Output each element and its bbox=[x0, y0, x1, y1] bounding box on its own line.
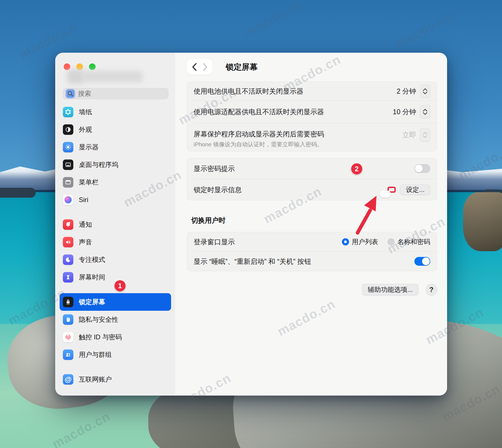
accessibility-options-button[interactable]: 辅助功能选项... bbox=[362, 284, 419, 295]
sidebar-item-siri[interactable]: Siri bbox=[60, 191, 171, 209]
page-title: 锁定屏幕 bbox=[226, 53, 258, 82]
sidebar-item-label: 屏幕时间 bbox=[79, 273, 105, 282]
sidebar-item-focus[interactable]: 专注模式 bbox=[60, 251, 171, 268]
password-hint-toggle[interactable] bbox=[414, 164, 430, 173]
notifications-icon bbox=[63, 219, 73, 230]
sidebar-item-menubar[interactable]: 菜单栏 bbox=[60, 173, 171, 191]
watermark: macdo.cn bbox=[393, 8, 456, 51]
siri-icon bbox=[63, 195, 73, 205]
sidebar-item-sound[interactable]: 声音 bbox=[60, 233, 171, 251]
blurred-avatar bbox=[67, 69, 84, 84]
lockscreen-icon bbox=[63, 297, 73, 307]
sidebar-item-label: 桌面与程序坞 bbox=[79, 160, 118, 169]
sidebar-item-label: 触控 ID 与密码 bbox=[79, 333, 122, 341]
sidebar-item-label: 菜单栏 bbox=[79, 178, 99, 187]
row-label: 使用电源适配器供电且不活跃时关闭显示器 bbox=[194, 107, 324, 116]
sidebar-item-label: 互联网账户 bbox=[79, 375, 112, 384]
watermark: macdo.cn bbox=[440, 381, 502, 424]
login-window-display-row: 登录窗口显示 用户列表 名称和密码 bbox=[187, 232, 437, 251]
close-button[interactable] bbox=[64, 63, 70, 70]
adapter-timeout-stepper[interactable] bbox=[420, 105, 430, 118]
sidebar-item-label: 外观 bbox=[79, 125, 92, 134]
sidebar-item-displays[interactable]: 显示器 bbox=[60, 138, 171, 156]
displays-icon bbox=[63, 142, 73, 152]
row-label: 使用电池供电且不活跃时关闭显示器 bbox=[194, 87, 303, 96]
watermark: macdo.cn bbox=[50, 409, 113, 448]
sidebar-item-wallpaper[interactable]: 墙纸 bbox=[60, 103, 171, 121]
system-settings-window: 墙纸 外观 显示器 桌面与程序坞 bbox=[55, 53, 447, 396]
annotation-step-1-badge: 1 bbox=[115, 280, 126, 291]
sound-icon bbox=[63, 237, 73, 247]
wallpaper-icon bbox=[63, 107, 73, 117]
battery-timeout-stepper[interactable] bbox=[420, 85, 430, 98]
sidebar-item-label: 用户与群组 bbox=[79, 350, 112, 359]
zoom-button[interactable] bbox=[89, 63, 96, 70]
appearance-icon bbox=[63, 124, 73, 135]
search-icon bbox=[65, 89, 75, 99]
user-list-radio[interactable] bbox=[342, 238, 349, 245]
sidebar-item-touchid[interactable]: 触控 ID 与密码 bbox=[60, 328, 171, 346]
sidebar-list: 墙纸 外观 显示器 桌面与程序坞 bbox=[60, 103, 171, 388]
sidebar-item-label: Siri bbox=[79, 196, 88, 204]
switch-user-section: 切换用户时 bbox=[187, 216, 437, 225]
desktop: { "watermark_text": "macdo.cn", "annotat… bbox=[0, 0, 502, 448]
privacy-icon bbox=[63, 314, 73, 325]
screentime-icon bbox=[63, 272, 73, 282]
row-label: 登录窗口显示 bbox=[194, 237, 235, 247]
search-input[interactable] bbox=[77, 89, 161, 98]
battery-display-off-row: 使用电池供电且不活跃时关闭显示器 2 分钟 bbox=[187, 82, 437, 100]
right-rock bbox=[463, 192, 502, 251]
row-value: 2 分钟 bbox=[397, 87, 416, 96]
sidebar-item-notifications[interactable]: 通知 bbox=[60, 216, 171, 233]
pane-content: 使用电池供电且不活跃时关闭显示器 2 分钟 使用电源适配器供电且不活跃时关闭显示… bbox=[175, 82, 447, 295]
sidebar-item-internet-accounts[interactable]: @ 互联网账户 bbox=[60, 371, 171, 388]
show-message-when-locked-row: 锁定时显示信息 设定... bbox=[187, 179, 437, 200]
set-message-button[interactable]: 设定... bbox=[400, 184, 430, 195]
user-list-option[interactable]: 用户列表 bbox=[342, 237, 378, 246]
lock-screen-pane: 锁定屏幕 使用电池供电且不活跃时关闭显示器 2 分钟 使用电源适配器供电且不活跃… bbox=[175, 53, 447, 396]
sidebar-item-label: 锁定屏幕 bbox=[79, 298, 105, 306]
sidebar-item-desktop-dock[interactable]: 桌面与程序坞 bbox=[60, 156, 171, 173]
sidebar-item-users-groups[interactable]: 用户与群组 bbox=[60, 346, 171, 363]
name-password-option[interactable]: 名称和密码 bbox=[387, 237, 430, 246]
annotation-red-box bbox=[387, 187, 396, 193]
blurred-account-name bbox=[82, 71, 143, 82]
sidebar-item-label: 墙纸 bbox=[79, 108, 92, 116]
login-window-card: 登录窗口显示 用户列表 名称和密码 显示 “睡眠”、“重新启动” 和 “关机” … bbox=[187, 232, 437, 271]
forward-button[interactable] bbox=[202, 63, 208, 71]
pane-footer: 辅助功能选项... ? bbox=[187, 284, 437, 295]
show-password-hint-row: 显示密码提示 bbox=[187, 158, 437, 179]
search-field[interactable] bbox=[63, 88, 169, 99]
watermark: macdo.cn bbox=[242, 0, 305, 40]
radio-label: 名称和密码 bbox=[397, 237, 430, 246]
name-password-radio[interactable] bbox=[387, 238, 395, 245]
password-hint-card: 显示密码提示 锁定时显示信息 设定... bbox=[187, 158, 437, 200]
row-value: 10 分钟 bbox=[393, 107, 416, 116]
sidebar-item-lockscreen[interactable]: 锁定屏幕 bbox=[60, 293, 171, 311]
sidebar-item-label: 专注模式 bbox=[79, 255, 105, 264]
touchid-icon bbox=[63, 332, 73, 342]
navigation-pill bbox=[187, 59, 213, 75]
row-label: 锁定时显示信息 bbox=[194, 185, 242, 194]
help-button[interactable]: ? bbox=[426, 284, 437, 295]
users-groups-icon bbox=[63, 349, 73, 360]
internet-accounts-icon: @ bbox=[63, 374, 73, 385]
radio-label: 用户列表 bbox=[352, 237, 378, 246]
desktop-dock-icon bbox=[63, 159, 73, 170]
sidebar-item-privacy[interactable]: 隐私与安全性 bbox=[60, 311, 171, 328]
row-label: 显示密码提示 bbox=[194, 164, 235, 173]
focus-icon bbox=[63, 254, 73, 265]
show-power-buttons-row: 显示 “睡眠”、“重新启动” 和 “关机” 按钮 bbox=[187, 252, 437, 271]
sidebar-item-appearance[interactable]: 外观 bbox=[60, 121, 171, 138]
row-label: 显示 “睡眠”、“重新启动” 和 “关机” 按钮 bbox=[194, 257, 311, 266]
section-title: 切换用户时 bbox=[191, 216, 225, 224]
sidebar: 墙纸 外观 显示器 桌面与程序坞 bbox=[55, 53, 175, 396]
row-label: 屏幕保护程序启动或显示器关闭后需要密码 bbox=[194, 130, 324, 139]
power-buttons-toggle[interactable] bbox=[414, 257, 430, 266]
sidebar-item-label: 隐私与安全性 bbox=[79, 315, 118, 324]
watermark: macdo.cn bbox=[456, 140, 502, 183]
row-note: iPhone 镜像设为自动认证时，需要立即输入密码。 bbox=[194, 141, 324, 148]
adapter-display-off-row: 使用电源适配器供电且不活跃时关闭显示器 10 分钟 bbox=[187, 101, 437, 123]
annotation-step-2-badge: 2 bbox=[351, 163, 362, 174]
back-button[interactable] bbox=[191, 63, 197, 71]
